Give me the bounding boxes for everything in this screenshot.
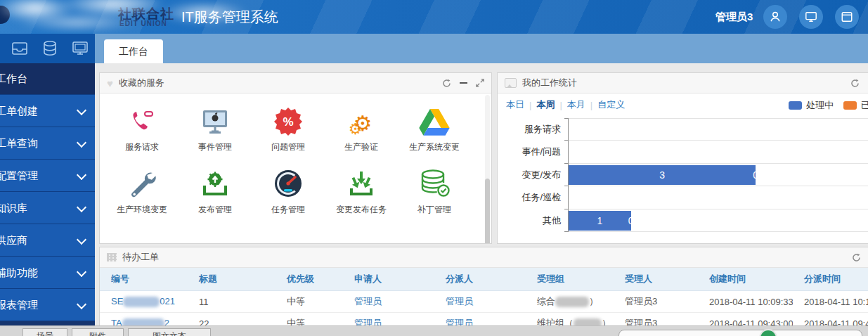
col-priority[interactable]: 优先级 bbox=[276, 268, 343, 291]
service-label: 补丁管理 bbox=[398, 204, 471, 216]
col-title[interactable]: 标题 bbox=[188, 268, 276, 291]
svg-text:%: % bbox=[283, 115, 293, 129]
cell-group: 综合） bbox=[526, 291, 614, 313]
sidebar-item-aux-functions[interactable]: 辅助功能 bbox=[0, 256, 95, 288]
sidebar-item-supplier[interactable]: 供应商 bbox=[0, 224, 95, 256]
service-item-prod-env-change[interactable]: 生产环境变更 bbox=[105, 166, 179, 216]
ticket-id-link[interactable]: SE021 bbox=[111, 296, 175, 306]
chart-category-label: 变更/发布 bbox=[505, 164, 568, 186]
panel-header: ♥ 收藏的服务 bbox=[100, 73, 491, 93]
service-label: 问题管理 bbox=[252, 141, 325, 153]
bar-closed-value-label: 0 bbox=[628, 215, 634, 226]
grid-icon bbox=[107, 253, 117, 261]
service-label: 生产环境变更 bbox=[105, 204, 179, 216]
redaction-blob bbox=[123, 297, 160, 307]
sidebar-item-knowledge-base[interactable]: 知识库 bbox=[0, 191, 95, 224]
user-profile-button[interactable] bbox=[763, 5, 787, 29]
col-id[interactable]: 编号 bbox=[100, 268, 188, 291]
chevron-down-icon bbox=[77, 299, 86, 309]
service-item-patch-mgmt[interactable]: 补丁管理 bbox=[398, 166, 471, 216]
legend-swatch-processing bbox=[789, 101, 802, 110]
todo-table: 编号 标题 优先级 申请人 分派人 受理组 受理人 创建时间 分派时间 SE02… bbox=[100, 268, 868, 335]
release-tray-icon bbox=[179, 166, 252, 198]
cell-created: 2018-04-11 10:09:33 bbox=[698, 291, 793, 313]
sidebar-item-config-mgmt[interactable]: 配置管理 bbox=[0, 159, 95, 191]
terminal-icon[interactable] bbox=[70, 39, 91, 58]
footer-tab-scene[interactable]: 场景 bbox=[22, 328, 67, 336]
bar-processing[interactable]: 1 bbox=[569, 211, 631, 231]
phone-tag-icon bbox=[105, 103, 179, 136]
sidebar-item-ticket-query[interactable]: 工单查询 bbox=[0, 127, 95, 159]
bar-value-label: 1 bbox=[597, 215, 602, 226]
chart-category-label: 其他 bbox=[505, 209, 568, 232]
scrollbar-thumb[interactable] bbox=[485, 179, 490, 244]
table-row[interactable]: SE021 11 中等 管理员 管理员 综合） 管理员3 2018-04-11 … bbox=[100, 291, 868, 313]
col-dispatched[interactable]: 分派时间 bbox=[793, 268, 868, 291]
window-button[interactable] bbox=[835, 5, 859, 29]
username-label[interactable]: 管理员3 bbox=[715, 11, 753, 24]
chevron-down-icon bbox=[77, 170, 86, 180]
sidebar-item-report-mgmt[interactable]: 报表管理 bbox=[0, 288, 95, 321]
database-icon[interactable] bbox=[39, 39, 60, 58]
cell-title: 11 bbox=[188, 291, 276, 313]
footer-tab-richtext[interactable]: 图文文本 bbox=[128, 328, 211, 336]
refresh-icon[interactable] bbox=[441, 77, 452, 89]
service-item-task-mgmt[interactable]: 任务管理 bbox=[252, 166, 325, 216]
chart-row: 变更/发布30 bbox=[505, 164, 868, 186]
service-item-prod-system-change[interactable]: 生产系统变更 bbox=[398, 103, 471, 153]
inbox-icon[interactable] bbox=[9, 39, 30, 58]
monitor-icon bbox=[805, 11, 817, 23]
chart-row: 服务请求 bbox=[505, 118, 868, 141]
dispatcher-link[interactable]: 管理员 bbox=[446, 296, 473, 306]
service-item-production-verify[interactable]: ⚙⚙ 生产验证 bbox=[325, 103, 398, 153]
footer-strip: 场景 附件 图文文本 bbox=[0, 325, 868, 336]
stats-chart: 服务请求事件/问题变更/发布30任务/巡检其他10 bbox=[505, 118, 868, 232]
service-item-service-request[interactable]: 服务请求 bbox=[105, 103, 179, 153]
service-item-release-mgmt[interactable]: 发布管理 bbox=[179, 166, 252, 216]
footer-tab-attachment[interactable]: 附件 bbox=[72, 328, 124, 336]
range-tab-week[interactable]: 本周 bbox=[536, 98, 555, 111]
service-label: 变更发布任务 bbox=[325, 204, 398, 216]
applicant-link[interactable]: 管理员 bbox=[354, 296, 382, 306]
chart-row: 任务/巡检 bbox=[505, 186, 868, 209]
cell-priority: 中等 bbox=[276, 291, 343, 313]
sidebar-item-label: 工单查询 bbox=[0, 127, 38, 159]
picture-icon bbox=[505, 78, 517, 88]
expand-icon[interactable] bbox=[474, 77, 486, 89]
todo-panel: 待办工单 编号 标题 优先级 申请人 分派人 受理组 受理人 创建时间 分派时间… bbox=[99, 247, 868, 336]
bar-processing[interactable]: 3 bbox=[569, 165, 756, 185]
favorite-services-panel: ♥ 收藏的服务 服务请求 事件管理 % 问题管理 bbox=[99, 72, 492, 244]
col-assignee[interactable]: 受理人 bbox=[614, 268, 698, 291]
tab-strip: 工作台 bbox=[95, 34, 868, 63]
range-tab-today[interactable]: 本日 bbox=[506, 98, 524, 111]
col-group[interactable]: 受理组 bbox=[526, 268, 614, 291]
chart-category-label: 任务/巡检 bbox=[505, 186, 568, 209]
app-title: IT服务管理系统 bbox=[181, 8, 278, 27]
range-tab-custom[interactable]: 自定义 bbox=[597, 98, 625, 111]
bar-value-label: 3 bbox=[659, 169, 665, 181]
refresh-icon[interactable] bbox=[849, 77, 860, 89]
sidebar-item-label: 工单创建 bbox=[0, 95, 38, 127]
sidebar-item-ticket-create[interactable]: 工单创建 bbox=[0, 94, 95, 127]
service-label: 生产系统变更 bbox=[398, 141, 471, 153]
service-item-incident-mgmt[interactable]: 事件管理 bbox=[179, 103, 252, 153]
sidebar-item-label: 知识库 bbox=[0, 192, 27, 224]
panel-title: 我的工作统计 bbox=[522, 77, 577, 89]
service-item-change-release-task[interactable]: 变更发布任务 bbox=[325, 166, 398, 216]
col-applicant[interactable]: 申请人 bbox=[343, 268, 434, 291]
col-created[interactable]: 创建时间 bbox=[698, 268, 793, 291]
legend-label-processing: 处理中 bbox=[806, 99, 834, 112]
refresh-icon[interactable] bbox=[850, 252, 862, 263]
redaction-blob bbox=[555, 297, 589, 307]
range-tab-month[interactable]: 本月 bbox=[567, 98, 585, 111]
service-item-problem-mgmt[interactable]: % 问题管理 bbox=[252, 103, 325, 153]
col-dispatcher[interactable]: 分派人 bbox=[434, 268, 526, 291]
tab-workbench[interactable]: 工作台 bbox=[104, 39, 163, 63]
monitor-button[interactable] bbox=[799, 5, 823, 29]
cell-dispatched: 2018-04-11 10:10:1 bbox=[793, 291, 868, 313]
sidebar-item-label: 供应商 bbox=[0, 224, 27, 256]
sidebar-item-workbench[interactable]: 工作台 bbox=[0, 63, 95, 94]
minimize-icon[interactable] bbox=[458, 77, 469, 89]
download-arrows-icon bbox=[325, 166, 398, 198]
wrench-icon bbox=[105, 166, 179, 198]
